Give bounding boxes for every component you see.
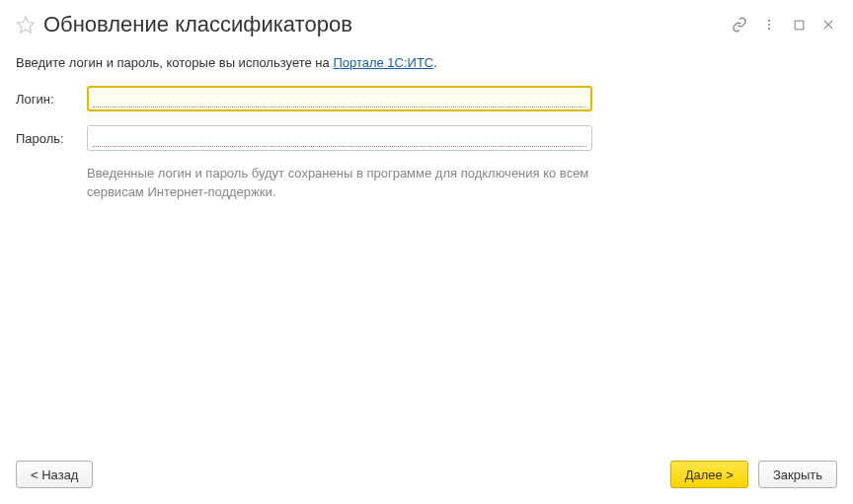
link-icon[interactable] xyxy=(731,16,748,34)
window-title: Обновление классификаторов xyxy=(43,12,731,37)
login-input[interactable] xyxy=(87,86,592,111)
password-label: Пароль: xyxy=(16,131,87,146)
titlebar: Обновление классификаторов xyxy=(16,12,837,37)
intro-suffix: . xyxy=(433,55,437,70)
svg-rect-4 xyxy=(795,21,804,30)
svg-marker-0 xyxy=(18,17,35,34)
intro-text: Введите логин и пароль, которые вы испол… xyxy=(16,55,837,70)
login-label: Логин: xyxy=(16,92,87,107)
close-button[interactable]: Закрыть xyxy=(758,461,837,488)
back-button[interactable]: < Назад xyxy=(16,461,93,488)
kebab-menu-icon[interactable] xyxy=(760,16,778,34)
svg-point-1 xyxy=(768,20,770,22)
intro-prefix: Введите логин и пароль, которые вы испол… xyxy=(16,55,333,70)
portal-link[interactable]: Портале 1С:ИТС xyxy=(333,55,433,70)
svg-point-2 xyxy=(768,24,770,26)
close-icon[interactable] xyxy=(819,16,837,34)
maximize-icon[interactable] xyxy=(790,16,808,34)
password-input[interactable] xyxy=(87,125,592,151)
hint-text: Введенные логин и пароль будут сохранены… xyxy=(87,165,592,202)
next-button[interactable]: Далее > xyxy=(670,461,748,488)
favorite-star-icon[interactable] xyxy=(16,15,36,35)
svg-point-3 xyxy=(768,28,770,30)
